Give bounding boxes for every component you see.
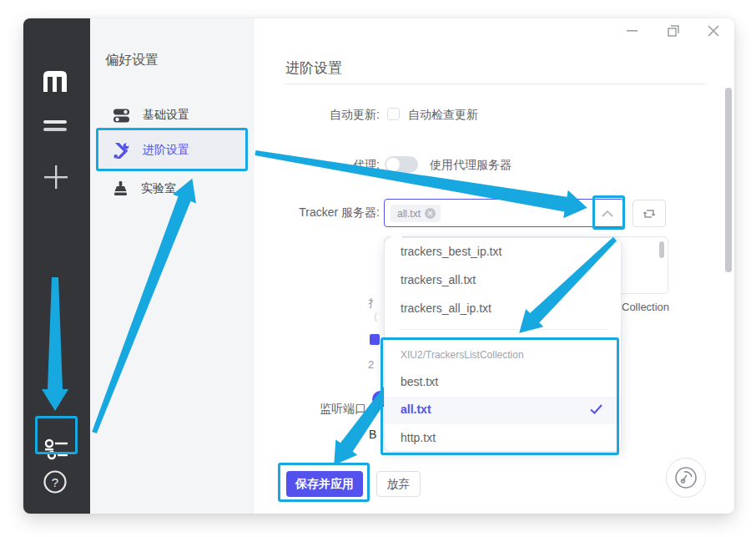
preferences-sidebar xyxy=(90,18,255,514)
occluded-text-b: 〈 xyxy=(368,311,382,325)
tracker-select[interactable]: all.txt xyxy=(384,199,624,227)
remove-tag-icon[interactable] xyxy=(425,208,436,219)
proxy-toggle-label: 使用代理服务器 xyxy=(430,158,512,173)
help-icon[interactable]: ? xyxy=(43,470,67,494)
toggle-knob xyxy=(386,158,400,171)
dropdown-item[interactable]: trackers_all.txt xyxy=(401,273,476,286)
selected-tag-label: all.txt xyxy=(397,208,421,220)
add-task-icon[interactable] xyxy=(44,165,68,189)
preferences-title: 偏好设置 xyxy=(105,52,159,69)
minimize-icon[interactable] xyxy=(626,25,639,35)
textarea-scrollbar[interactable] xyxy=(659,241,664,258)
occluded-purple-chip xyxy=(370,334,380,345)
proxy-toggle[interactable] xyxy=(385,156,418,173)
task-list-icon[interactable] xyxy=(43,119,67,133)
occluded-text-a: 扌 xyxy=(368,296,382,311)
tracker-label: Tracker 服务器: xyxy=(275,205,380,220)
dropdown-item[interactable]: trackers_all_ip.txt xyxy=(401,301,491,315)
motrix-logo-icon xyxy=(42,70,68,92)
selected-tag: all.txt xyxy=(391,205,441,222)
sync-icon xyxy=(643,208,656,220)
speedometer-icon xyxy=(674,466,698,489)
toggles-icon xyxy=(113,108,129,124)
proxy-label: 代理: xyxy=(275,158,380,173)
title-divider xyxy=(285,84,705,84)
discard-button[interactable]: 放弃 xyxy=(376,471,421,497)
listen-port-label: 监听端口 xyxy=(320,402,366,417)
dropdown-item[interactable]: trackers_best_ip.txt xyxy=(401,245,501,258)
page-title: 进阶设置 xyxy=(285,58,342,78)
sidebar-item-label: 实验室 xyxy=(141,181,176,196)
settings-annotation-box xyxy=(35,416,78,454)
scrollbar-thumb[interactable] xyxy=(725,88,732,272)
screenshot-stage: ? 偏好设置 基础设置 进阶设置 xyxy=(0,0,756,537)
sidebar-item-label: 基础设置 xyxy=(143,108,189,123)
auto-update-label: 自动更新: xyxy=(275,108,380,123)
close-icon[interactable] xyxy=(707,24,720,38)
svg-text:?: ? xyxy=(52,475,58,489)
maximize-icon[interactable] xyxy=(668,25,679,37)
save-annotation-box xyxy=(278,463,370,502)
advanced-annotation-box xyxy=(96,128,248,171)
lab-icon xyxy=(113,181,128,197)
sync-trackers-button[interactable] xyxy=(633,200,666,227)
auto-update-checkbox-label: 自动检查更新 xyxy=(408,108,478,123)
sidebar-item-lab[interactable]: 实验室 xyxy=(113,179,247,199)
dropdown-group-annotation-box xyxy=(381,337,619,455)
chevron-annotation-box xyxy=(592,195,625,230)
dropdown-caret xyxy=(390,231,403,238)
speed-limit-button[interactable] xyxy=(666,458,706,498)
occluded-text-collection: Collection xyxy=(622,301,669,313)
dropdown-divider xyxy=(399,329,607,330)
auto-update-checkbox[interactable] xyxy=(387,108,400,120)
sidebar-item-basic[interactable]: 基础设置 xyxy=(113,105,247,125)
